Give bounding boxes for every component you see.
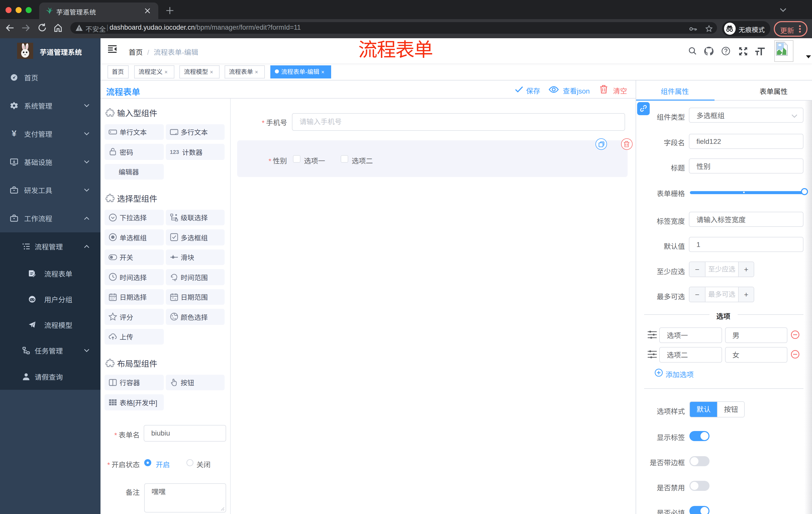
svg-text:123: 123 — [170, 149, 179, 155]
